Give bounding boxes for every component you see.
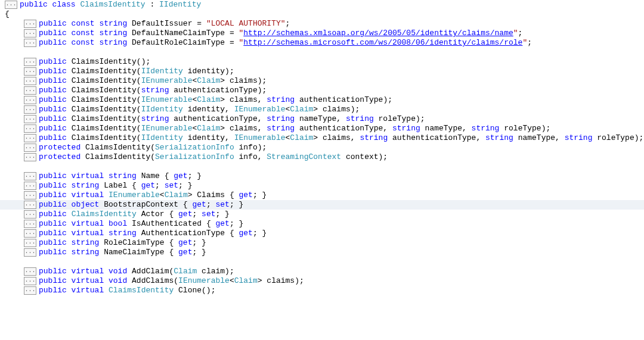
code-line: public ClaimsIdentity(IEnumerable<Claim>… bbox=[0, 124, 644, 133]
code-line: public class ClaimsIdentity : IIdentity bbox=[0, 0, 644, 10]
code-line: public string NameClaimType { get; } bbox=[0, 248, 644, 257]
fold-toggle[interactable] bbox=[5, 1, 17, 9]
code-line: public virtual string AuthenticationType… bbox=[0, 229, 644, 238]
fold-toggle[interactable] bbox=[24, 20, 36, 28]
fold-toggle[interactable] bbox=[24, 134, 36, 142]
code-line: public const string DefaultRoleClaimType… bbox=[0, 38, 644, 48]
fold-toggle[interactable] bbox=[24, 39, 36, 47]
fold-toggle[interactable] bbox=[24, 277, 36, 285]
url-link[interactable]: http://schemas.microsoft.com/ws/2008/06/… bbox=[243, 38, 522, 47]
code-line: public ClaimsIdentity(string authenticat… bbox=[0, 114, 644, 124]
fold-toggle[interactable] bbox=[24, 286, 36, 295]
fold-toggle[interactable] bbox=[24, 239, 36, 247]
code-line: public virtual void AddClaim(Claim claim… bbox=[0, 267, 644, 276]
code-line: protected ClaimsIdentity(SerializationIn… bbox=[0, 152, 644, 162]
brace-open: { bbox=[0, 10, 644, 19]
code-line: public ClaimsIdentity(IIdentity identity… bbox=[0, 133, 644, 143]
fold-toggle[interactable] bbox=[24, 201, 36, 209]
fold-toggle[interactable] bbox=[24, 153, 36, 161]
code-line: protected ClaimsIdentity(SerializationIn… bbox=[0, 143, 644, 152]
fold-toggle[interactable] bbox=[24, 67, 36, 76]
blank-line bbox=[0, 257, 644, 267]
fold-toggle[interactable] bbox=[24, 248, 36, 257]
code-line: public ClaimsIdentity(IEnumerable<Claim>… bbox=[0, 76, 644, 86]
code-line: public ClaimsIdentity Actor { get; set; … bbox=[0, 210, 644, 219]
fold-toggle[interactable] bbox=[24, 210, 36, 219]
fold-toggle[interactable] bbox=[24, 105, 36, 114]
code-line: public virtual void AddClaims(IEnumerabl… bbox=[0, 276, 644, 286]
fold-toggle[interactable] bbox=[24, 115, 36, 123]
code-line: public object BootstrapContext { get; se… bbox=[0, 200, 644, 210]
fold-toggle[interactable] bbox=[24, 267, 36, 276]
fold-toggle[interactable] bbox=[24, 220, 36, 228]
code-line: public virtual ClaimsIdentity Clone(); bbox=[0, 286, 644, 295]
code-line: public ClaimsIdentity(IEnumerable<Claim>… bbox=[0, 95, 644, 105]
code-line: public ClaimsIdentity(IIdentity identity… bbox=[0, 105, 644, 114]
code-line: public virtual bool IsAuthenticated { ge… bbox=[0, 219, 644, 229]
url-link[interactable]: http://schemas.xmlsoap.org/ws/2005/05/id… bbox=[243, 29, 513, 38]
code-line: public ClaimsIdentity(string authenticat… bbox=[0, 86, 644, 95]
blank-line bbox=[0, 162, 644, 171]
fold-toggle[interactable] bbox=[24, 182, 36, 190]
fold-toggle[interactable] bbox=[24, 172, 36, 180]
fold-toggle[interactable] bbox=[24, 124, 36, 133]
blank-line bbox=[0, 48, 644, 57]
code-line: public virtual IEnumerable<Claim> Claims… bbox=[0, 191, 644, 200]
fold-toggle[interactable] bbox=[24, 96, 36, 104]
fold-toggle[interactable] bbox=[24, 229, 36, 238]
code-line: public string RoleClaimType { get; } bbox=[0, 238, 644, 248]
fold-toggle[interactable] bbox=[24, 86, 36, 95]
code-line: public ClaimsIdentity(IIdentity identity… bbox=[0, 67, 644, 76]
fold-toggle[interactable] bbox=[24, 58, 36, 66]
fold-toggle[interactable] bbox=[24, 144, 36, 152]
code-line: public string Label { get; set; } bbox=[0, 181, 644, 191]
fold-toggle[interactable] bbox=[24, 29, 36, 38]
code-line: public const string DefaultIssuer = "LOC… bbox=[0, 19, 644, 29]
fold-toggle[interactable] bbox=[24, 77, 36, 85]
fold-toggle[interactable] bbox=[24, 191, 36, 199]
code-line: public const string DefaultNameClaimType… bbox=[0, 29, 644, 38]
code-line: public virtual string Name { get; } bbox=[0, 171, 644, 181]
code-line: public ClaimsIdentity(); bbox=[0, 57, 644, 67]
